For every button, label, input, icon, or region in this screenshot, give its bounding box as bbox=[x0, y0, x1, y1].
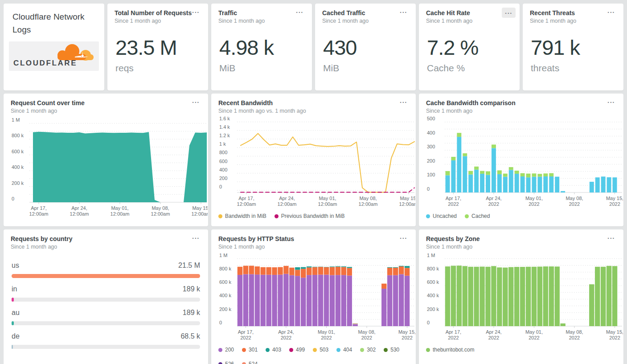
svg-text:2022: 2022 bbox=[448, 335, 459, 340]
legend-item[interactable]: 301 bbox=[242, 347, 258, 353]
svg-text:May 01,: May 01, bbox=[525, 196, 543, 201]
country-bar-track bbox=[12, 345, 200, 349]
legend-label: 524 bbox=[249, 361, 258, 364]
svg-text:2022: 2022 bbox=[569, 335, 580, 340]
legend-label: 302 bbox=[367, 347, 376, 353]
cache-legend: UncachedCached bbox=[419, 211, 623, 219]
bandwidth-line-chart[interactable]: 02004006008001 k1.2 k1.4 k1.6 kApr 17,12… bbox=[218, 115, 415, 209]
country-bar-fill[interactable] bbox=[12, 345, 13, 349]
legend-label: 403 bbox=[272, 347, 281, 353]
panel-subtitle: Since 1 month ago bbox=[218, 18, 305, 24]
legend-dot-icon bbox=[465, 214, 469, 218]
svg-text:1 k: 1 k bbox=[219, 141, 226, 147]
legend-item[interactable]: Cached bbox=[465, 213, 490, 219]
legend-label: Cached bbox=[471, 213, 490, 219]
legend-item[interactable]: Previous Bandwidth in MiB bbox=[275, 213, 345, 219]
country-row: de68.5 k bbox=[4, 332, 208, 349]
panel-subtitle: Since 1 month ago bbox=[115, 18, 201, 24]
panel-cached-traffic: ... Cached Traffic Since 1 month ago 430… bbox=[315, 4, 416, 90]
panel-requests-by-country: ... Requests by country Since 1 month ag… bbox=[4, 229, 208, 364]
panel-menu-button[interactable]: ... bbox=[397, 232, 410, 241]
svg-text:400 k: 400 k bbox=[427, 293, 439, 298]
panel-menu-button[interactable]: ... bbox=[293, 6, 306, 15]
svg-text:May 15,: May 15, bbox=[606, 196, 623, 201]
panel-menu-button-active[interactable]: ... bbox=[502, 8, 516, 18]
svg-text:May 01,: May 01, bbox=[318, 329, 335, 335]
panel-menu-button[interactable]: ... bbox=[605, 232, 618, 241]
legend-item[interactable]: 403 bbox=[266, 347, 281, 353]
legend-item[interactable]: 499 bbox=[289, 347, 305, 353]
panel-menu-button[interactable]: ... bbox=[189, 96, 202, 105]
legend-item[interactable]: 200 bbox=[218, 347, 234, 353]
svg-text:12:00am: 12:00am bbox=[192, 211, 208, 217]
legend-item[interactable]: 302 bbox=[360, 347, 376, 353]
legend-item[interactable]: 524 bbox=[242, 361, 258, 364]
dashboard-title: Cloudflare Network Logs bbox=[4, 4, 104, 36]
svg-text:0: 0 bbox=[219, 320, 222, 325]
svg-text:Apr 17,: Apr 17, bbox=[446, 196, 461, 201]
country-value: 68.5 k bbox=[180, 332, 200, 340]
panel-menu-button[interactable]: ... bbox=[605, 96, 618, 105]
svg-text:600 k: 600 k bbox=[219, 279, 231, 285]
svg-text:12:00am: 12:00am bbox=[70, 211, 89, 217]
svg-text:2022: 2022 bbox=[448, 201, 459, 207]
legend-item[interactable]: 503 bbox=[313, 347, 328, 353]
svg-text:12:00am: 12:00am bbox=[237, 201, 256, 207]
metric-value: 7.2 % bbox=[427, 35, 512, 60]
legend-item[interactable]: 404 bbox=[336, 347, 352, 353]
country-value: 21.5 M bbox=[178, 262, 200, 270]
panel-cache-hit-rate: ... Cache Hit Rate Since 1 month ago 7.2… bbox=[419, 4, 520, 90]
panel-menu-button[interactable]: ... bbox=[397, 96, 410, 105]
metric-value: 791 k bbox=[531, 35, 615, 60]
legend-item[interactable]: theburritobot.com bbox=[426, 347, 474, 353]
panel-menu-button[interactable]: ... bbox=[605, 6, 618, 15]
country-bar-fill[interactable] bbox=[12, 321, 14, 325]
metric-value: 4.98 k bbox=[219, 35, 304, 60]
svg-text:1 M: 1 M bbox=[219, 253, 227, 258]
svg-text:May 15,: May 15, bbox=[400, 196, 415, 201]
panel-title: Cache Bandwidth comparison bbox=[426, 99, 616, 106]
legend-item[interactable]: 526 bbox=[218, 361, 234, 364]
svg-text:200 k: 200 k bbox=[12, 180, 24, 186]
legend-item[interactable]: Uncached bbox=[426, 213, 457, 219]
metric-unit: MiB bbox=[219, 63, 304, 74]
panel-title: Requests by country bbox=[11, 235, 201, 242]
cache-bandwidth-bar-chart[interactable]: 0100200300400500Apr 17,2022Apr 24,2022Ma… bbox=[426, 115, 623, 209]
panel-subtitle: Since 1 month ago bbox=[426, 108, 616, 114]
panel-title: Cache Hit Rate bbox=[426, 9, 512, 16]
svg-text:400 k: 400 k bbox=[12, 164, 24, 170]
panel-menu-button[interactable]: ... bbox=[189, 6, 202, 15]
legend-dot-icon bbox=[313, 348, 317, 352]
panel-subtitle: Since 1 month ago bbox=[11, 244, 201, 250]
country-bar-fill[interactable] bbox=[12, 298, 14, 302]
svg-text:Apr 17,: Apr 17, bbox=[238, 196, 254, 201]
request-count-area-chart[interactable]: 0200 k400 k600 k800 k1 MApr 17,12:00amAp… bbox=[11, 115, 208, 219]
panel-recent-threats: ... Recent Threats Since 1 month ago 791… bbox=[523, 4, 623, 90]
panel-menu-button[interactable]: ... bbox=[397, 6, 410, 15]
svg-text:400 k: 400 k bbox=[219, 293, 231, 298]
metric-unit: Cache % bbox=[427, 63, 512, 74]
legend-label: Bandwidth in MiB bbox=[225, 213, 266, 219]
middle-row: ... Request Count over time Since 1 mont… bbox=[4, 94, 623, 226]
country-row: au189 k bbox=[4, 309, 208, 325]
legend-dot-icon bbox=[266, 348, 270, 352]
country-bar-list: us21.5 Min189 kau189 kde68.5 k bbox=[4, 262, 208, 349]
panel-title: Cached Traffic bbox=[322, 9, 409, 16]
panel-menu-button[interactable]: ... bbox=[189, 232, 202, 241]
legend-item[interactable]: 530 bbox=[384, 347, 399, 353]
http-status-bar-chart[interactable]: 0200 k400 k600 k800 k1 MApr 17,2022Apr 2… bbox=[218, 251, 415, 343]
svg-text:600 k: 600 k bbox=[12, 149, 24, 154]
zone-bar-chart[interactable]: 0200 k400 k600 k800 k1 MApr 17,2022Apr 2… bbox=[426, 251, 623, 343]
panel-subtitle: Since 1 month ago bbox=[530, 18, 616, 24]
panel-requests-by-zone: ... Requests by Zone Since 1 month ago 0… bbox=[419, 229, 623, 364]
bandwidth-legend: Bandwidth in MiBPrevious Bandwidth in Mi… bbox=[211, 211, 416, 219]
panel-title: Request Count over time bbox=[11, 99, 201, 106]
country-bar-fill[interactable] bbox=[12, 274, 200, 278]
legend-dot-icon bbox=[242, 348, 246, 352]
svg-text:200: 200 bbox=[219, 176, 227, 181]
svg-text:May 01,: May 01, bbox=[111, 205, 128, 211]
svg-text:200 k: 200 k bbox=[219, 307, 231, 312]
legend-dot-icon bbox=[360, 348, 364, 352]
legend-item[interactable]: Bandwidth in MiB bbox=[218, 213, 266, 219]
dashboard: Cloudflare Network Logs CLOUDFLARE ... T… bbox=[0, 0, 627, 364]
